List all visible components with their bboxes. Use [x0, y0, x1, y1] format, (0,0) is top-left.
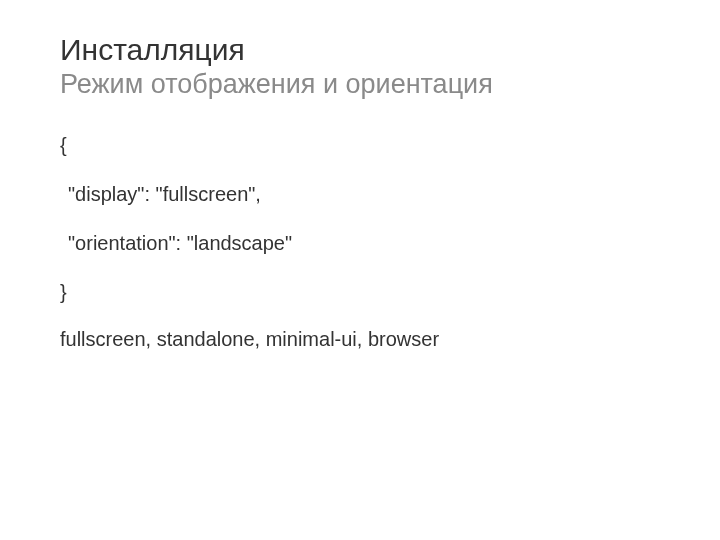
slide-title: Инсталляция [60, 32, 660, 68]
code-brace-open: { [60, 132, 660, 159]
code-line-display: "display": "fullscreen", [60, 181, 660, 208]
code-block: { "display": "fullscreen", "orientation"… [60, 132, 660, 306]
display-values-list: fullscreen, standalone, minimal-ui, brow… [60, 328, 660, 351]
code-brace-close: } [60, 279, 660, 306]
code-line-orientation: "orientation": "landscape" [60, 230, 660, 257]
slide: Инсталляция Режим отображения и ориентац… [0, 0, 720, 351]
slide-subtitle: Режим отображения и ориентация [60, 68, 660, 102]
